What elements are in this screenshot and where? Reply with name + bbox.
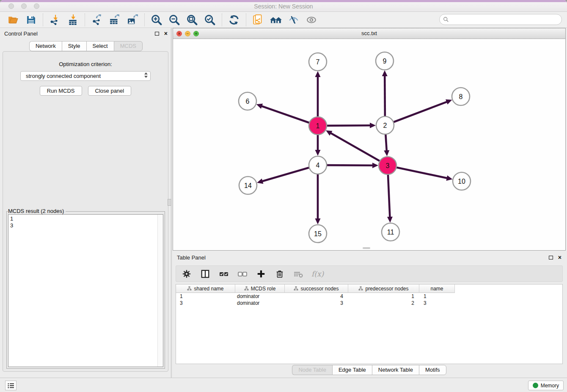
run-mcds-button[interactable]: Run MCDS bbox=[40, 86, 82, 96]
table-tab-motifs[interactable]: Motifs bbox=[419, 365, 446, 375]
graph-node-label: 11 bbox=[387, 229, 394, 236]
attribute-tree-icon bbox=[294, 286, 298, 291]
edge-3-11[interactable] bbox=[388, 174, 390, 218]
network-window-title: scc.txt bbox=[173, 30, 565, 36]
tab-select[interactable]: Select bbox=[86, 41, 114, 51]
close-panel-button[interactable]: Close panel bbox=[88, 86, 132, 96]
network-window-titlebar[interactable]: × − + scc.txt bbox=[173, 28, 565, 39]
mcds-result-fieldset: MCDS result (2 nodes) 13 bbox=[6, 209, 165, 369]
network-view-window: × − + scc.txt 7968124314101511 bbox=[173, 28, 566, 251]
search-box[interactable] bbox=[439, 14, 562, 25]
table-tab-node-table[interactable]: Node Table bbox=[292, 365, 332, 375]
toolbar-separator bbox=[144, 14, 145, 26]
function-builder-icon[interactable]: f(x) bbox=[311, 270, 324, 278]
table-row[interactable]: 1dominator411 bbox=[176, 293, 562, 300]
export-network-icon[interactable] bbox=[91, 14, 103, 26]
zoom-selected-icon[interactable] bbox=[204, 14, 216, 26]
close-panel-icon[interactable]: × bbox=[164, 30, 168, 36]
column-header-successor-nodes[interactable]: successor nodes bbox=[285, 284, 348, 293]
table-cell[interactable]: dominator bbox=[235, 293, 285, 300]
edge-3-10[interactable] bbox=[396, 167, 448, 178]
show-eye-icon[interactable] bbox=[305, 14, 318, 26]
result-line: 3 bbox=[10, 222, 156, 229]
mcds-tab-content: Optimization criterion: strongly connect… bbox=[3, 51, 168, 372]
edge-1-6[interactable] bbox=[261, 106, 310, 123]
search-icon bbox=[443, 17, 449, 22]
edge-4-14[interactable] bbox=[262, 167, 310, 181]
window-accent-strip bbox=[0, 0, 567, 2]
table-cell[interactable]: 1 bbox=[419, 293, 455, 300]
edge-2-8[interactable] bbox=[393, 102, 447, 122]
table-cell[interactable]: 3 bbox=[176, 300, 235, 306]
table-cell[interactable]: 1 bbox=[176, 293, 235, 300]
float-table-panel-icon[interactable] bbox=[549, 256, 553, 259]
apply-layout-icon[interactable] bbox=[228, 14, 240, 26]
table-cell[interactable]: dominator bbox=[235, 300, 285, 306]
search-input[interactable] bbox=[451, 16, 561, 23]
table-cell[interactable]: 2 bbox=[348, 300, 419, 306]
column-settings-gear-icon[interactable] bbox=[181, 268, 192, 279]
home-icon[interactable] bbox=[270, 14, 282, 26]
edge-3-1[interactable] bbox=[330, 133, 381, 162]
import-table-icon[interactable] bbox=[66, 14, 79, 26]
column-header-shared-name[interactable]: shared name bbox=[176, 284, 235, 293]
tab-style[interactable]: Style bbox=[62, 41, 86, 51]
edge-2-3[interactable] bbox=[385, 133, 387, 151]
criterion-dropdown[interactable]: strongly connected component bbox=[20, 71, 151, 81]
delete-row-icon[interactable] bbox=[274, 268, 285, 279]
mcds-result-textarea[interactable]: 13 bbox=[8, 214, 163, 367]
status-bar: Memory bbox=[0, 378, 567, 392]
delete-table-icon[interactable] bbox=[293, 268, 304, 279]
node-table: shared nameMCDS rolesuccessor nodesprede… bbox=[176, 284, 563, 364]
table-cell[interactable]: 1 bbox=[348, 293, 419, 300]
save-session-icon[interactable] bbox=[25, 14, 37, 26]
column-header-label: predecessor nodes bbox=[365, 286, 408, 292]
column-header-MCDS-role[interactable]: MCDS role bbox=[235, 284, 285, 293]
table-row[interactable]: 3dominator323 bbox=[176, 300, 562, 306]
open-session-icon[interactable] bbox=[7, 14, 19, 26]
table-tab-edge-table[interactable]: Edge Table bbox=[332, 365, 372, 375]
zoom-out-icon[interactable] bbox=[168, 14, 181, 26]
show-columns-icon[interactable] bbox=[200, 268, 211, 279]
import-network-icon[interactable] bbox=[49, 14, 61, 26]
zoom-fit-icon[interactable] bbox=[186, 14, 198, 26]
edge-arrowhead bbox=[372, 163, 378, 168]
edge-1-2[interactable] bbox=[326, 125, 371, 126]
memory-button[interactable]: Memory bbox=[528, 381, 564, 390]
deselect-all-checkboxes-icon[interactable] bbox=[237, 268, 248, 279]
network-canvas[interactable]: 7968124314101511 bbox=[173, 39, 565, 250]
hide-graphics-details-icon[interactable] bbox=[287, 14, 300, 26]
attribute-tree-icon bbox=[187, 286, 192, 291]
application-window: Session: New Session bbox=[0, 0, 567, 392]
tab-network[interactable]: Network bbox=[29, 41, 62, 51]
task-history-button[interactable] bbox=[5, 381, 17, 390]
canvas-scroll-indicator[interactable] bbox=[363, 247, 370, 249]
add-row-icon[interactable] bbox=[256, 268, 267, 279]
edge-arrowhead bbox=[384, 150, 389, 156]
table-tab-network-table[interactable]: Network Table bbox=[372, 365, 419, 375]
edge-2-9[interactable] bbox=[385, 75, 385, 117]
result-scrollbar[interactable] bbox=[157, 215, 163, 367]
edge-4-3[interactable] bbox=[326, 165, 373, 166]
table-cell[interactable]: 3 bbox=[285, 300, 348, 306]
table-cell[interactable]: 4 bbox=[285, 293, 348, 300]
tab-mcds[interactable]: MCDS bbox=[114, 41, 143, 51]
attribute-tree-icon bbox=[358, 286, 363, 291]
select-all-checkboxes-icon[interactable] bbox=[218, 268, 229, 279]
control-panel-tabs: NetworkStyleSelectMCDS bbox=[0, 41, 172, 51]
table-tabs: Node TableEdge TableNetwork TableMotifs bbox=[173, 365, 566, 375]
graph-node-label: 2 bbox=[383, 122, 387, 129]
export-table-icon[interactable] bbox=[108, 14, 121, 26]
float-panel-icon[interactable] bbox=[155, 32, 159, 36]
column-header-predecessor-nodes[interactable]: predecessor nodes bbox=[348, 284, 419, 293]
edge-arrowhead bbox=[315, 150, 321, 156]
network-graph: 7968124314101511 bbox=[173, 39, 565, 251]
table-cell[interactable]: 3 bbox=[419, 300, 455, 306]
network-file-icon[interactable] bbox=[252, 14, 264, 26]
splitter-handle[interactable] bbox=[168, 199, 171, 206]
close-table-panel-icon[interactable]: × bbox=[558, 254, 561, 260]
dropdown-stepper-icon bbox=[144, 72, 148, 78]
export-image-icon[interactable] bbox=[126, 14, 139, 26]
column-header-name[interactable]: name bbox=[419, 284, 455, 293]
zoom-in-icon[interactable] bbox=[150, 14, 163, 26]
